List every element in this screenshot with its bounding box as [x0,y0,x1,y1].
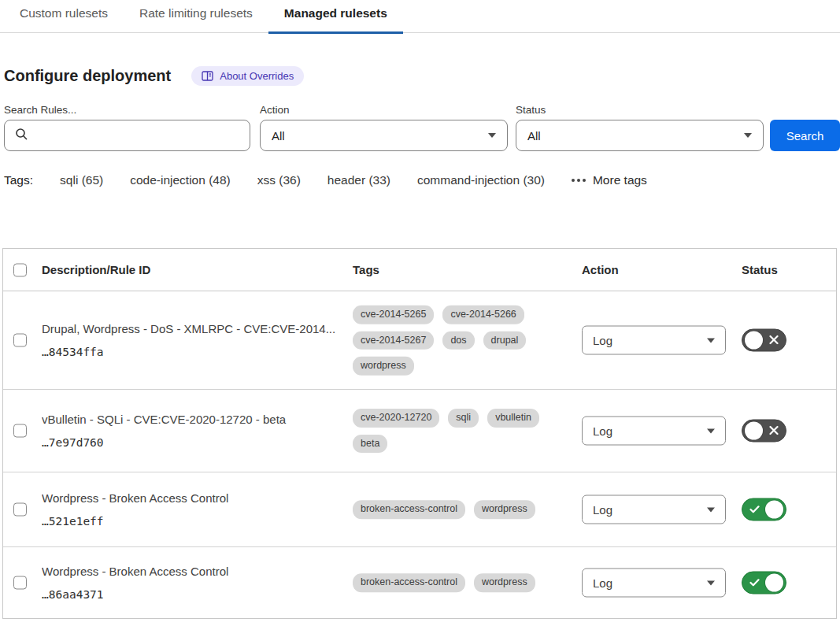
table-row: Wordpress - Broken Access Control …86aa4… [3,547,836,619]
chevron-down-icon [707,338,715,343]
rule-action-value: Log [593,334,612,347]
toggle-knob [765,574,783,592]
rule-status-cell [742,572,786,595]
tag-pill: cve-2014-5266 [442,306,524,324]
rule-description-cell: Wordpress - Broken Access Control …86aa4… [42,565,350,601]
rule-status-toggle[interactable] [742,329,786,352]
rule-description: Wordpress - Broken Access Control [42,565,350,578]
table-row: Drupal, Wordpress - DoS - XMLRPC - CVE:C… [3,291,836,390]
check-icon [749,502,760,517]
tag-link[interactable]: command-injection (30) [417,173,545,187]
rule-description-cell: vBulletin - SQLi - CVE:CVE-2020-12720 - … [42,413,350,449]
search-button[interactable]: Search [770,120,840,151]
action-filter-value: All [272,129,285,143]
search-icon [15,128,28,143]
more-tags-label: More tags [593,173,647,187]
check-icon [749,576,760,590]
row-checkbox[interactable] [13,503,27,517]
table-row: vBulletin - SQLi - CVE:CVE-2020-12720 - … [3,390,836,472]
tab-rate-limiting-rulesets[interactable]: Rate limiting rulesets [124,0,268,33]
rule-description: Drupal, Wordpress - DoS - XMLRPC - CVE:C… [42,322,350,335]
rule-action-value: Log [593,503,612,517]
rule-action-select[interactable]: Log [582,569,726,598]
chevron-down-icon [707,507,715,512]
rule-status-cell [742,498,786,521]
search-label: Search Rules... [4,104,250,116]
page-title: Configure deployment [4,67,171,85]
chevron-down-icon [488,133,496,138]
rule-status-toggle[interactable] [742,498,786,521]
rules-table: Description/Rule ID Tags Action Status D… [2,248,837,619]
rule-status-toggle[interactable] [742,420,786,443]
rule-description: vBulletin - SQLi - CVE:CVE-2020-12720 - … [42,413,350,426]
section-head: Configure deployment About Overrides [4,66,304,86]
tab-custom-rulesets[interactable]: Custom rulesets [4,0,124,33]
rule-status-toggle[interactable] [742,572,786,595]
toggle-knob [745,422,763,440]
column-header-action: Action [582,249,619,291]
about-overrides-badge[interactable]: About Overrides [191,66,304,86]
tab-managed-rulesets[interactable]: Managed rulesets [268,0,403,33]
row-checkbox[interactable] [13,424,27,438]
toggle-knob [765,501,783,519]
search-input[interactable] [4,120,250,151]
column-header-description: Description/Rule ID [42,249,150,291]
rule-action-cell: Log [582,569,726,598]
tag-link[interactable]: header (33) [327,173,390,187]
row-checkbox[interactable] [13,334,27,347]
rule-action-cell: Log [582,495,726,524]
tag-pill: sqli [448,409,479,428]
tag-link[interactable]: sqli (65) [60,173,103,187]
rule-id: …84534ffa [42,346,350,358]
tag-links: sqli (65)code-injection (48)xss (36)head… [60,173,545,187]
tag-pill: wordpress [474,573,535,592]
rule-tags-cell: cve-2020-12720sqlivbulletinbeta [353,409,551,453]
tag-pill: cve-2014-5265 [353,306,434,324]
about-overrides-label: About Overrides [220,70,294,82]
rule-action-select[interactable]: Log [582,495,726,524]
tag-pill: cve-2020-12720 [353,409,439,428]
table-header: Description/Rule ID Tags Action Status [3,249,836,291]
tag-link[interactable]: xss (36) [257,173,301,187]
rule-id: …521e1eff [42,515,350,528]
rule-id: …86aa4371 [42,588,350,601]
rule-action-value: Log [593,424,612,438]
tag-pill: broken-access-control [353,500,465,519]
more-tags-button[interactable]: More tags [572,173,647,187]
rule-action-select[interactable]: Log [582,417,726,446]
status-filter-value: All [527,129,541,143]
rule-action-value: Log [593,576,612,590]
tag-pill: vbulletin [487,409,539,428]
action-filter-select[interactable]: All [260,120,508,151]
ellipsis-icon [572,179,586,182]
chevron-down-icon [707,428,715,433]
tag-pill: broken-access-control [353,573,465,592]
column-header-status: Status [742,249,778,291]
table-row: Wordpress - Broken Access Control …521e1… [3,472,836,547]
row-checkbox[interactable] [13,576,27,590]
status-filter-select[interactable]: All [516,120,764,151]
rule-tags-cell: broken-access-controlwordpress [353,500,551,519]
select-all-checkbox[interactable] [13,263,27,276]
book-icon [202,71,213,81]
x-icon [769,333,779,347]
x-icon [769,424,779,438]
tag-link[interactable]: code-injection (48) [130,173,231,187]
rule-action-cell: Log [582,326,726,355]
rule-description-cell: Wordpress - Broken Access Control …521e1… [42,491,350,528]
rule-description-cell: Drupal, Wordpress - DoS - XMLRPC - CVE:C… [42,322,350,358]
rule-id: …7e97d760 [42,436,350,449]
status-filter-group: Status All [516,104,764,151]
chevron-down-icon [707,580,715,585]
tab-bar: Custom rulesetsRate limiting rulesetsMan… [0,0,840,33]
tag-pill: wordpress [474,500,535,519]
rule-status-cell [742,329,786,352]
rule-action-select[interactable]: Log [582,326,726,355]
tag-pill: drupal [483,331,527,350]
rule-status-cell [742,420,786,443]
tag-pill: wordpress [353,357,414,376]
rule-tags-cell: cve-2014-5265cve-2014-5266cve-2014-5267d… [353,306,551,376]
rule-description: Wordpress - Broken Access Control [42,491,350,505]
toggle-knob [745,332,763,350]
tag-pill: cve-2014-5267 [353,331,434,350]
